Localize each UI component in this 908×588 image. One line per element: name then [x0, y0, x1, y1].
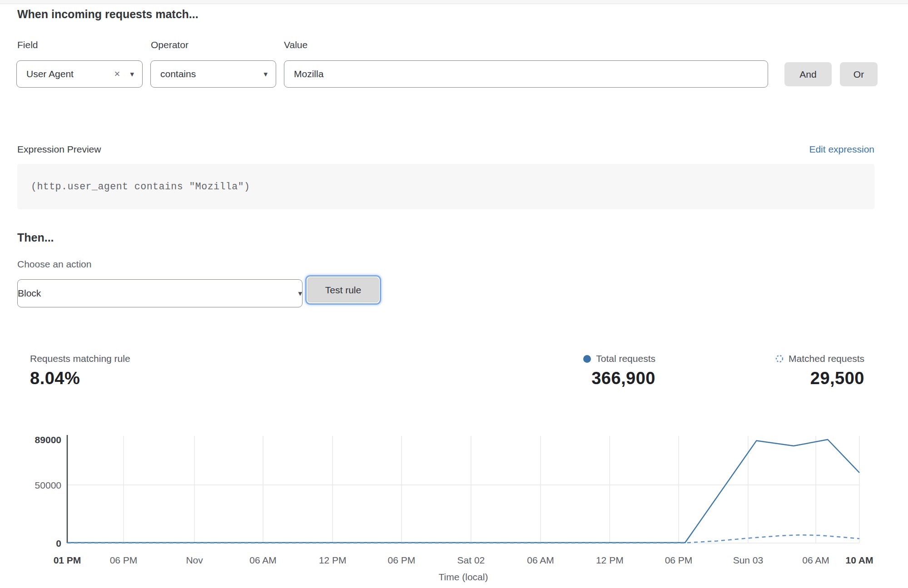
chevron-down-icon: ▾	[263, 70, 268, 78]
action-select-value: Block	[18, 288, 298, 299]
y-tick-label: 89000	[35, 435, 61, 445]
expression-preview-label: Expression Preview	[17, 144, 101, 155]
field-label: Field	[17, 40, 38, 50]
field-select[interactable]: User Agent × ▾	[16, 60, 143, 88]
x-tick-label: Nov	[186, 555, 203, 565]
x-tick-label: 06 PM	[665, 555, 693, 565]
total-requests-legend-icon	[583, 355, 591, 363]
x-tick-label: 06 AM	[249, 555, 277, 565]
edit-expression-link[interactable]: Edit expression	[809, 144, 874, 155]
x-tick-label: 06 AM	[527, 555, 554, 565]
chevron-down-icon: ▾	[298, 290, 302, 297]
y-tick-label: 0	[56, 538, 61, 548]
matched-requests-line	[67, 535, 859, 543]
value-label: Value	[284, 40, 308, 50]
x-tick-label: 12 PM	[596, 555, 624, 565]
x-tick-label: Sun 03	[733, 555, 764, 565]
total-requests-value: 366,900	[583, 369, 655, 388]
x-tick-label: 06 PM	[110, 555, 138, 565]
test-rule-focus-ring: Test rule	[305, 275, 381, 305]
test-rule-button[interactable]: Test rule	[308, 277, 379, 302]
value-input[interactable]	[284, 60, 768, 88]
stat-matched-requests: Matched requests 29,500	[775, 353, 864, 388]
action-select[interactable]: Block ▾	[17, 279, 303, 307]
matched-requests-label: Matched requests	[789, 353, 864, 364]
chevron-down-icon: ▾	[130, 70, 134, 78]
x-tick-label: 12 PM	[319, 555, 347, 565]
total-requests-line	[67, 440, 859, 543]
x-tick-label: Sat 02	[457, 555, 485, 565]
total-requests-label: Total requests	[596, 353, 655, 364]
section-title-match: When incoming requests match...	[17, 8, 198, 21]
matched-requests-legend-icon	[775, 355, 784, 363]
or-button[interactable]: Or	[840, 62, 878, 86]
and-button[interactable]: And	[784, 62, 832, 86]
x-tick-label: 06 PM	[388, 555, 416, 565]
x-tick-label: 10 AM	[845, 555, 873, 565]
operator-select-value: contains	[160, 69, 263, 79]
choose-action-label: Choose an action	[17, 259, 91, 270]
field-select-value: User Agent	[26, 69, 114, 79]
y-tick-label: 50000	[35, 480, 61, 490]
requests-chart: 01 PM06 PMNov06 AM12 PM06 PMSat 0206 AM1…	[0, 427, 908, 588]
x-axis-title: Time (local)	[439, 572, 488, 582]
matched-requests-value: 29,500	[775, 369, 864, 388]
operator-label: Operator	[151, 40, 189, 50]
x-tick-label: 01 PM	[54, 555, 81, 565]
top-divider	[0, 0, 908, 4]
requests-matching-value: 8.04%	[30, 369, 130, 388]
stat-total-requests: Total requests 366,900	[583, 353, 655, 388]
firewall-rule-builder: When incoming requests match... Field Op…	[0, 0, 908, 588]
expression-code: (http.user_agent contains "Mozilla")	[17, 181, 250, 192]
operator-select[interactable]: contains ▾	[150, 60, 276, 88]
requests-matching-label: Requests matching rule	[30, 353, 130, 364]
section-title-then: Then...	[17, 231, 54, 244]
clear-field-icon[interactable]: ×	[114, 69, 120, 79]
x-tick-label: 06 AM	[802, 555, 829, 565]
expression-preview-box: (http.user_agent contains "Mozilla")	[17, 164, 874, 209]
stat-requests-matching: Requests matching rule 8.04%	[30, 353, 130, 388]
